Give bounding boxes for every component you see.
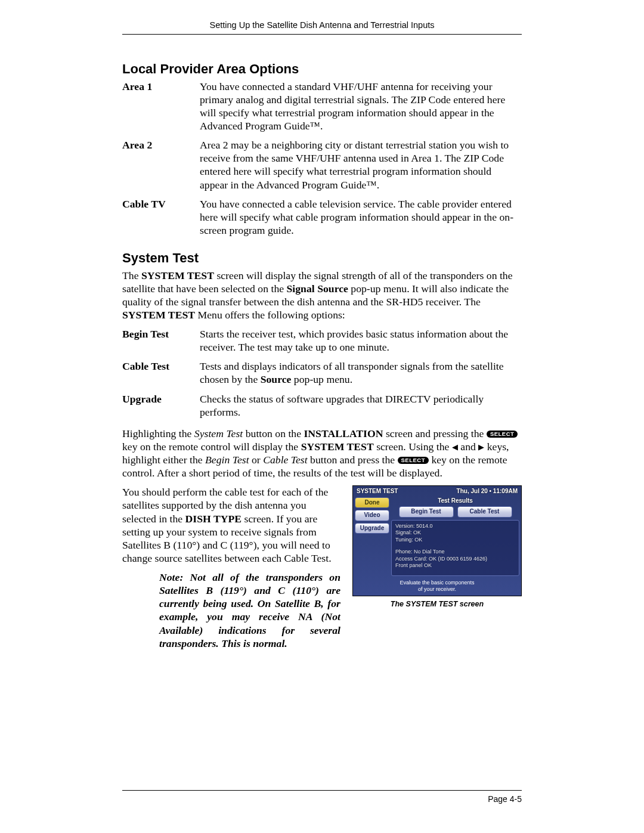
text-italic: Cable Test (263, 454, 308, 466)
ss-line: Tuning: OK (395, 537, 515, 544)
text-italic: System Test (194, 428, 243, 439)
def-term: Begin Test (122, 327, 200, 354)
ss-line: Access Card: OK (ID 0003 6159 4626) (395, 556, 515, 563)
ss-side-video[interactable]: Video (355, 510, 389, 521)
text-bold: INSTALLATION (304, 428, 383, 439)
text: or (249, 454, 264, 466)
left-arrow-icon: ◀ (452, 442, 458, 451)
def-desc: Tests and displays indicators of all tra… (200, 360, 522, 386)
text: The (122, 270, 141, 281)
def-cabletv: Cable TV You have connected a cable tele… (122, 197, 522, 237)
heading-system-test: System Test (122, 250, 522, 267)
page-footer: Page 4-5 (122, 790, 522, 805)
def-term: Cable TV (122, 197, 200, 237)
text-bold: SYSTEM TEST (301, 441, 374, 453)
ss-line: Signal: OK (395, 529, 515, 537)
select-key-icon: SELECT (487, 431, 518, 438)
text: and (458, 441, 478, 453)
text-bold: Signal Source (287, 283, 348, 295)
running-head: Setting Up the Satellite Dish Antenna an… (122, 20, 522, 35)
ss-side-upgrade[interactable]: Upgrade (355, 523, 389, 534)
text: screen and pressing the (383, 428, 486, 439)
ss-line: Version: 5014.0 (395, 523, 515, 530)
def-desc: You have connected a cable television se… (200, 197, 522, 237)
ss-tab-begin[interactable]: Begin Test (399, 506, 454, 518)
text: screen. Using the (374, 441, 452, 453)
select-key-icon: SELECT (398, 457, 429, 464)
system-test-screenshot: SYSTEM TEST Thu, Jul 20 • 11:09AM Done V… (352, 485, 522, 596)
text: Menu offers the following options: (195, 309, 345, 321)
ss-subtitle: Test Results (391, 497, 519, 506)
def-area2: Area 2 Area 2 may be a neighboring city … (122, 138, 522, 191)
text-italic: Begin Test (205, 454, 249, 466)
text: Highlighting the (122, 428, 194, 439)
ss-tab-cable[interactable]: Cable Test (457, 506, 512, 518)
ss-side-done[interactable]: Done (355, 497, 389, 509)
ss-footer: Evaluate the basic components of your re… (353, 578, 521, 596)
def-area1: Area 1 You have connected a standard VHF… (122, 80, 522, 133)
systemtest-note: Note: Not all of the transponders on Sat… (122, 571, 340, 650)
text-bold: SYSTEM TEST (141, 270, 214, 281)
def-term: Area 1 (122, 80, 200, 133)
ss-clock: Thu, Jul 20 • 11:09AM (457, 488, 518, 496)
text: button and press the (308, 454, 398, 466)
def-upgrade: Upgrade Checks the status of software up… (122, 392, 522, 419)
text: pop-up menu. (291, 373, 352, 385)
text-bold: SYSTEM TEST (122, 309, 195, 321)
def-desc: Area 2 may be a neighboring city or dist… (200, 138, 522, 191)
def-desc: You have connected a standard VHF/UHF an… (200, 80, 522, 133)
def-cable-test: Cable Test Tests and displays indicators… (122, 360, 522, 386)
text-bold: DISH TYPE (185, 513, 242, 525)
heading-local-provider: Local Provider Area Options (122, 61, 522, 78)
right-arrow-icon: ▶ (478, 442, 484, 451)
ss-footer-line: of your receiver. (353, 586, 521, 593)
def-term: Cable Test (122, 360, 200, 386)
text-bold: Source (261, 373, 292, 385)
systemtest-para3: You should perform the cable test for ea… (122, 485, 340, 565)
figure-caption: The SYSTEM TEST screen (352, 600, 522, 609)
ss-line: Front panel OK (395, 562, 515, 569)
def-begin-test: Begin Test Starts the receiver test, whi… (122, 327, 522, 354)
ss-footer-line: Evaluate the basic components (353, 580, 521, 586)
def-term: Upgrade (122, 392, 200, 419)
def-desc: Starts the receiver test, which provides… (200, 327, 522, 354)
def-desc: Checks the status of software upgrades t… (200, 392, 522, 419)
text: key on the remote control will display t… (122, 441, 301, 453)
ss-results-panel: Version: 5014.0 Signal: OK Tuning: OK Ph… (391, 520, 519, 576)
def-term: Area 2 (122, 138, 200, 191)
systemtest-para2: Highlighting the System Test button on t… (122, 427, 522, 480)
systemtest-intro: The SYSTEM TEST screen will display the … (122, 269, 522, 322)
ss-line: Phone: No Dial Tone (395, 549, 515, 556)
ss-title: SYSTEM TEST (357, 488, 398, 496)
text: button on the (243, 428, 304, 439)
